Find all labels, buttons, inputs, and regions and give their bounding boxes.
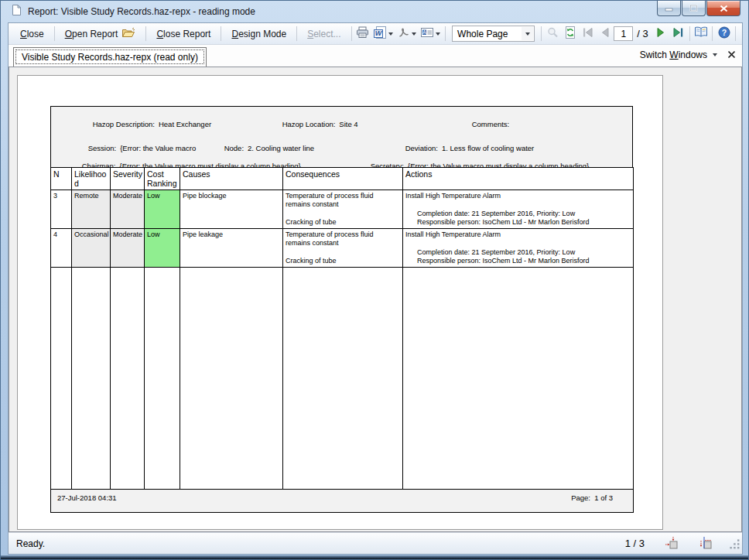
help-icon: ? xyxy=(718,26,730,42)
toolbar-separator xyxy=(145,26,146,41)
svg-text:?: ? xyxy=(721,27,726,36)
tab-bar: Visible Study Records.haz-repx (read onl… xyxy=(9,45,742,67)
cell-likelihood: Remote xyxy=(72,190,111,229)
col-header-causes: Causes xyxy=(180,168,283,190)
toolbar-separator xyxy=(735,26,736,41)
hazop-location-field: Hazop Location:Site 4 xyxy=(258,111,358,137)
chevron-down-icon xyxy=(713,53,717,56)
document-icon xyxy=(10,4,22,19)
previous-page-icon xyxy=(600,27,610,41)
export-pdf-button[interactable] xyxy=(395,26,419,43)
search-button[interactable] xyxy=(544,26,562,43)
cell-causes: Pipe blockage xyxy=(180,190,283,229)
maximize-button[interactable] xyxy=(682,1,706,16)
client-area: Close Open Report Close Report Design Mo… xyxy=(8,22,743,555)
last-page-icon xyxy=(672,27,685,41)
report-page-number: Page: 1 of 3 xyxy=(571,493,613,503)
export-word-button[interactable]: W xyxy=(371,26,395,43)
page-number-input[interactable] xyxy=(614,26,633,41)
hazop-table: N Likelihood Severity Cost Ranking Cause… xyxy=(50,167,634,513)
status-text: Ready. xyxy=(16,538,45,549)
app-window: Report: Visible Study Records.haz-repx -… xyxy=(0,0,749,560)
page-layout-icon[interactable] xyxy=(699,536,713,551)
close-report-button[interactable]: Close Report xyxy=(149,26,218,43)
book-button[interactable] xyxy=(693,26,710,43)
last-page-button[interactable] xyxy=(669,26,687,43)
status-bar: Ready. 1 / 3 xyxy=(9,532,742,554)
open-folder-icon xyxy=(121,27,135,40)
cell-severity: Moderate xyxy=(111,229,145,268)
col-header-cost-ranking: Cost Ranking xyxy=(145,168,180,190)
close-window-button[interactable] xyxy=(706,1,740,16)
chevron-down-icon xyxy=(388,32,393,36)
first-page-button[interactable] xyxy=(579,26,597,43)
open-report-label: Open Report xyxy=(65,29,118,39)
toolbar-separator xyxy=(445,26,446,41)
snapshot-export-icon: A xyxy=(421,26,434,42)
svg-text:A: A xyxy=(422,29,426,35)
switch-windows-button[interactable]: Switch Windows xyxy=(640,50,717,60)
report-viewport: Hazop Description:Heat Exchanger Hazop L… xyxy=(9,67,742,532)
next-page-icon xyxy=(655,27,666,41)
table-row: 3 Remote Moderate Low Pipe blockage Temp… xyxy=(51,190,634,229)
col-header-actions: Actions xyxy=(403,168,634,190)
cell-cost-ranking: Low xyxy=(145,229,180,268)
empty-table-row xyxy=(51,268,634,490)
refresh-button[interactable] xyxy=(562,26,580,43)
next-page-button[interactable] xyxy=(652,26,670,43)
select-button[interactable]: Select... xyxy=(299,26,348,43)
cell-consequences: Temperature of process fluid remains con… xyxy=(283,190,403,229)
cell-severity: Moderate xyxy=(111,190,145,229)
chevron-down-icon xyxy=(412,32,416,36)
close-button[interactable]: Close xyxy=(12,26,52,43)
col-header-consequences: Consequences xyxy=(283,168,403,190)
cell-n: 3 xyxy=(51,190,72,229)
cell-n: 4 xyxy=(51,229,72,268)
minimize-button[interactable] xyxy=(657,1,681,16)
first-page-icon xyxy=(582,27,594,41)
page-total-label: / 3 xyxy=(637,28,648,39)
toolbar-separator xyxy=(351,26,352,41)
design-mode-button[interactable]: Design Mode xyxy=(224,26,294,43)
open-report-button[interactable]: Open Report xyxy=(57,24,144,43)
tab-report-document[interactable]: Visible Study Records.haz-repx (read onl… xyxy=(13,47,207,67)
comments-field: Comments: xyxy=(447,111,509,137)
window-bottom-border xyxy=(1,555,748,559)
word-export-icon: W xyxy=(374,26,387,42)
resize-grip[interactable] xyxy=(730,539,740,551)
export-snapshot-button[interactable]: A xyxy=(419,26,443,43)
table-row: 4 Occasional Moderate Low Pipe leakage T… xyxy=(51,229,634,268)
zoom-select[interactable]: Whole Page xyxy=(452,26,535,42)
toolbar-separator xyxy=(689,26,690,41)
print-button[interactable] xyxy=(354,26,372,43)
search-icon xyxy=(546,26,559,42)
previous-page-button[interactable] xyxy=(597,26,614,43)
cell-likelihood: Occasional xyxy=(72,229,111,268)
statusbar-page-indicator: 1 / 3 xyxy=(625,538,645,549)
chevron-down-icon xyxy=(436,32,440,36)
zoom-value: Whole Page xyxy=(457,29,508,39)
title-bar: Report: Visible Study Records.haz-repx -… xyxy=(1,1,748,22)
cell-consequences: Temperature of process fluid remains con… xyxy=(283,229,403,268)
printer-icon xyxy=(356,26,369,42)
report-footer-row: 27-Jul-2018 04:31 Page: 1 of 3 xyxy=(51,490,634,513)
toolbar: Close Open Report Close Report Design Mo… xyxy=(9,23,742,45)
report-header-box: Hazop Description:Heat Exchanger Hazop L… xyxy=(50,106,633,167)
toolbar-separator xyxy=(54,26,55,41)
page-position-icon[interactable] xyxy=(665,536,679,551)
window-title: Report: Visible Study Records.haz-repx -… xyxy=(28,6,255,17)
col-header-n: N xyxy=(51,168,72,190)
pdf-export-icon xyxy=(398,26,410,42)
report-timestamp: 27-Jul-2018 04:31 xyxy=(57,493,117,503)
combo-arrow[interactable] xyxy=(522,27,533,40)
col-header-severity: Severity xyxy=(111,168,145,190)
close-tab-button[interactable] xyxy=(727,48,736,62)
switch-windows-label: Switch Windows xyxy=(640,50,707,60)
cell-cost-ranking: Low xyxy=(145,190,180,229)
toolbar-separator xyxy=(712,26,713,41)
hazop-description-field: Hazop Description:Heat Exchanger xyxy=(68,111,211,137)
col-header-likelihood: Likelihood xyxy=(72,168,111,190)
toolbar-separator xyxy=(541,26,542,41)
refresh-icon xyxy=(564,26,576,42)
help-button[interactable]: ? xyxy=(715,26,733,43)
